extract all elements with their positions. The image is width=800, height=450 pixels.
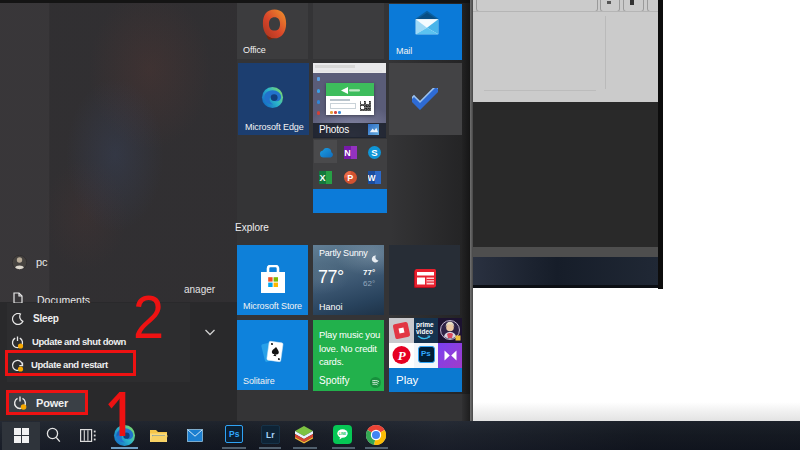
svg-text:P: P	[398, 348, 407, 363]
svg-text:S: S	[371, 147, 377, 158]
svg-text:P: P	[347, 173, 353, 183]
svg-text:W: W	[368, 173, 376, 183]
svg-text:N: N	[344, 148, 351, 158]
svg-text:X: X	[319, 173, 325, 183]
svg-text:LINE: LINE	[339, 432, 346, 436]
